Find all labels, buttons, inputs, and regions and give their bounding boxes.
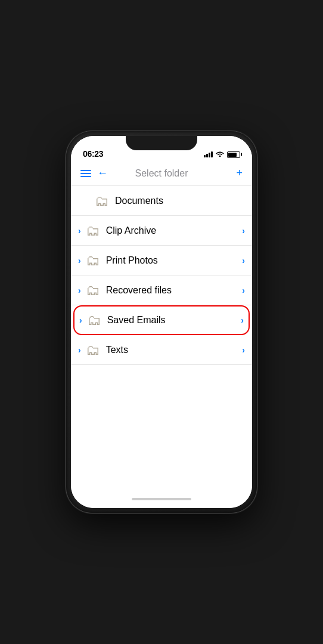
navigate-icon-recovered-files: ›	[242, 286, 245, 295]
folder-icon-recovered-files: 🗂	[86, 282, 100, 299]
folder-name-texts: Texts	[106, 345, 243, 355]
folder-name-saved-emails: Saved Emails	[107, 315, 241, 326]
folder-item-recovered-files[interactable]: › 🗂 Recovered files ›	[71, 275, 252, 305]
folder-icon-saved-emails: 🗂	[87, 312, 101, 329]
navigation-bar: ← Select folder +	[71, 162, 252, 186]
status-time: 06:23	[83, 149, 103, 159]
expand-icon-texts[interactable]: ›	[78, 345, 81, 355]
folder-list: 🗂 Documents › 🗂 Clip Archive › › 🗂 Print…	[71, 186, 252, 490]
add-button[interactable]: +	[236, 167, 243, 179]
folder-icon-clip-archive: 🗂	[86, 222, 100, 239]
status-icons	[204, 150, 240, 159]
folder-item-clip-archive[interactable]: › 🗂 Clip Archive ›	[71, 216, 252, 246]
navigate-icon-clip-archive: ›	[242, 226, 245, 236]
navigate-icon-texts: ›	[242, 345, 245, 355]
menu-button[interactable]	[80, 170, 91, 177]
signal-icon	[204, 151, 213, 157]
folder-name-clip-archive: Clip Archive	[106, 225, 243, 236]
back-button[interactable]: ←	[97, 167, 108, 179]
home-indicator	[71, 490, 252, 508]
expand-icon-clip-archive[interactable]: ›	[78, 226, 81, 236]
home-bar	[132, 498, 191, 500]
phone-screen: 06:23	[71, 136, 252, 508]
navigate-icon-saved-emails: ›	[241, 315, 244, 325]
folder-item-print-photos[interactable]: › 🗂 Print Photos ›	[71, 246, 252, 275]
folder-item-documents[interactable]: 🗂 Documents	[71, 186, 252, 216]
folder-item-saved-emails[interactable]: › 🗂 Saved Emails ›	[73, 305, 250, 335]
battery-icon	[227, 151, 240, 158]
nav-right-buttons: +	[207, 167, 243, 179]
folder-icon-texts: 🗂	[86, 342, 100, 358]
expand-icon-recovered-files[interactable]: ›	[78, 286, 81, 295]
page-title: Select folder	[116, 168, 207, 179]
expand-icon-saved-emails[interactable]: ›	[79, 315, 82, 325]
navigate-icon-print-photos: ›	[242, 256, 245, 265]
battery-fill	[228, 153, 237, 157]
phone-frame: 06:23	[66, 131, 257, 513]
folder-item-texts[interactable]: › 🗂 Texts ›	[71, 335, 252, 365]
folder-name-documents: Documents	[115, 196, 245, 206]
folder-name-print-photos: Print Photos	[106, 255, 243, 266]
nav-left-buttons: ←	[80, 167, 116, 179]
notch	[126, 136, 197, 150]
expand-icon-print-photos[interactable]: ›	[78, 256, 81, 265]
wifi-icon	[216, 150, 224, 159]
folder-icon-print-photos: 🗂	[86, 252, 100, 269]
folder-icon-documents: 🗂	[95, 193, 109, 209]
folder-name-recovered-files: Recovered files	[106, 285, 243, 296]
